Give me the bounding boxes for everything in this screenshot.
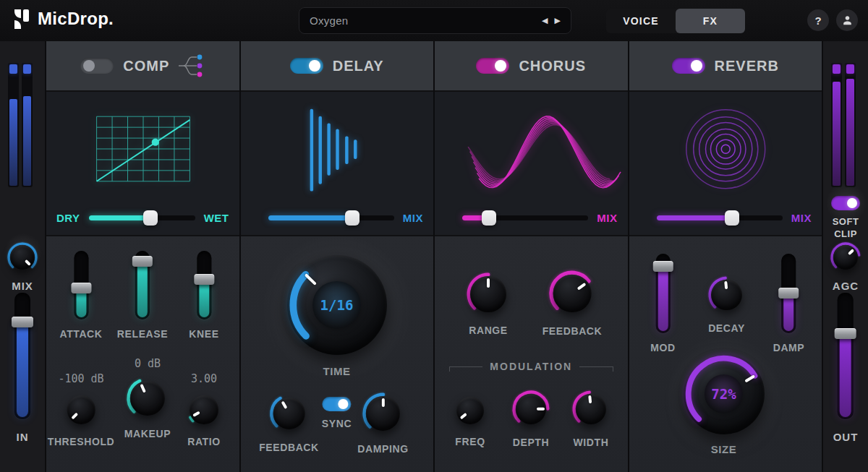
attack-label: ATTACK — [59, 328, 102, 340]
decay-label: DECAY — [708, 322, 745, 334]
chorus-controls: RANGE FEEDBACK MODULATION FREQ DE — [435, 236, 628, 472]
in-label: IN — [17, 431, 29, 443]
delay-header: DELAY — [241, 41, 434, 92]
chorus-header: CHORUS — [435, 41, 628, 92]
knee-label: KNEE — [189, 328, 218, 340]
knee-fader[interactable] — [197, 251, 211, 319]
freq-knob[interactable] — [454, 394, 487, 427]
ratio-knob[interactable] — [187, 392, 221, 427]
time-control: 1/16 TIME — [287, 255, 387, 377]
output-gain-fader[interactable] — [838, 293, 854, 419]
comp-curve-display[interactable] — [93, 111, 194, 187]
chorus-section: CHORUS MIX RANGE FEEDBACK — [435, 41, 628, 472]
attack-control: ATTACK — [59, 251, 102, 340]
mix-control: MIX — [7, 242, 38, 292]
delay-feedback-label: FEEDBACK — [259, 442, 319, 453]
soft-clip-label-2: CLIP — [834, 228, 857, 239]
micdrop-plugin-window: MicDrop. Oxygen ◀ ▶ VOICE FX ? — [0, 0, 868, 472]
input-gain-fader[interactable] — [14, 293, 30, 419]
size-knob[interactable]: 72% — [684, 353, 765, 434]
preset-name: Oxygen — [310, 14, 542, 27]
damp-label: DAMP — [773, 342, 805, 353]
output-meters — [831, 63, 856, 187]
user-icon — [841, 14, 854, 27]
comp-controls: ATTACK RELEASE KNEE -100 dB THRESHOLD 0 … — [46, 236, 239, 472]
help-icon: ? — [814, 14, 821, 27]
mix-label: MIX — [12, 280, 33, 292]
damping-knob[interactable] — [362, 392, 404, 434]
delay-section: DELAY MIX 1/16 TIME FEEDBACK — [241, 41, 434, 472]
agc-knob[interactable] — [830, 242, 861, 273]
soft-clip-label-1: SOFT — [833, 216, 859, 227]
tab-voice[interactable]: VOICE — [606, 9, 676, 33]
delay-mix-row: MIX — [251, 210, 424, 226]
dry-label: DRY — [56, 212, 80, 224]
reverb-header: REVERB — [629, 41, 822, 92]
chorus-feedback-label: FEEDBACK — [542, 325, 603, 337]
mix-knob[interactable] — [7, 242, 38, 273]
time-label: TIME — [323, 365, 350, 377]
release-fader[interactable] — [135, 251, 150, 319]
size-label: SIZE — [711, 443, 737, 455]
delay-enable-toggle[interactable] — [290, 58, 323, 74]
output-meter-left — [831, 63, 842, 187]
depth-label: DEPTH — [513, 437, 549, 448]
delay-mix-slider[interactable] — [268, 215, 394, 220]
comp-enable-toggle[interactable] — [80, 58, 114, 74]
range-label: RANGE — [469, 325, 508, 336]
preset-selector[interactable]: Oxygen ◀ ▶ — [299, 7, 571, 34]
depth-knob[interactable] — [512, 390, 550, 428]
fx-routing-icon — [179, 53, 205, 78]
agc-label: AGC — [833, 280, 859, 292]
ratio-value: 3.00 — [191, 372, 217, 385]
reverb-mix-slider[interactable] — [657, 215, 783, 220]
help-button[interactable]: ? — [807, 9, 829, 31]
decay-knob[interactable] — [708, 276, 746, 314]
makeup-value: 0 dB — [135, 357, 161, 370]
width-knob[interactable] — [572, 390, 610, 428]
micdrop-logo-icon — [13, 9, 30, 29]
release-control: RELEASE — [117, 251, 168, 340]
delay-title: DELAY — [333, 58, 384, 74]
delay-feedback-knob[interactable] — [270, 394, 309, 433]
damp-fader[interactable] — [782, 254, 796, 333]
left-rail: MIX IN — [0, 41, 45, 472]
threshold-knob[interactable] — [64, 392, 98, 427]
tab-fx[interactable]: FX — [676, 9, 745, 33]
chorus-enable-toggle[interactable] — [476, 58, 509, 74]
delay-mix-label: MIX — [403, 212, 423, 224]
damp-control: DAMP — [773, 254, 805, 353]
comp-header: COMP — [46, 41, 239, 92]
comp-title: COMP — [123, 58, 169, 74]
preset-prev-icon[interactable]: ◀ — [542, 16, 548, 25]
makeup-control: 0 dB MAKEUP — [124, 357, 171, 439]
comp-drywet-slider[interactable] — [89, 215, 195, 220]
freq-control: FREQ — [454, 394, 487, 447]
range-knob[interactable] — [467, 273, 510, 316]
sync-label: SYNC — [322, 418, 352, 429]
makeup-label: MAKEUP — [124, 428, 171, 439]
soft-clip-toggle[interactable] — [831, 196, 860, 210]
reverb-enable-toggle[interactable] — [672, 58, 705, 74]
sync-control: SYNC — [322, 397, 352, 429]
comp-drywet-row: DRY WET — [56, 210, 229, 226]
chorus-feedback-knob[interactable] — [549, 270, 595, 317]
attack-fader[interactable] — [74, 251, 88, 319]
makeup-knob[interactable] — [127, 377, 169, 419]
width-label: WIDTH — [574, 437, 609, 448]
release-label: RELEASE — [117, 328, 168, 340]
input-gain-control: IN — [14, 293, 30, 443]
sync-toggle[interactable] — [322, 397, 351, 411]
damping-control: DAMPING — [357, 392, 408, 455]
app-logo: MicDrop. — [13, 9, 114, 29]
input-meter-left — [8, 63, 19, 187]
comp-viz-panel: DRY WET — [46, 92, 239, 236]
out-label: OUT — [833, 431, 859, 443]
reverb-title: REVERB — [715, 58, 779, 74]
time-knob[interactable]: 1/16 — [287, 255, 387, 355]
chorus-mix-slider[interactable] — [462, 215, 588, 220]
preset-next-icon[interactable]: ▶ — [555, 16, 561, 25]
account-button[interactable] — [836, 9, 858, 31]
mod-fader[interactable] — [656, 254, 671, 333]
chorus-mix-label: MIX — [597, 212, 617, 224]
